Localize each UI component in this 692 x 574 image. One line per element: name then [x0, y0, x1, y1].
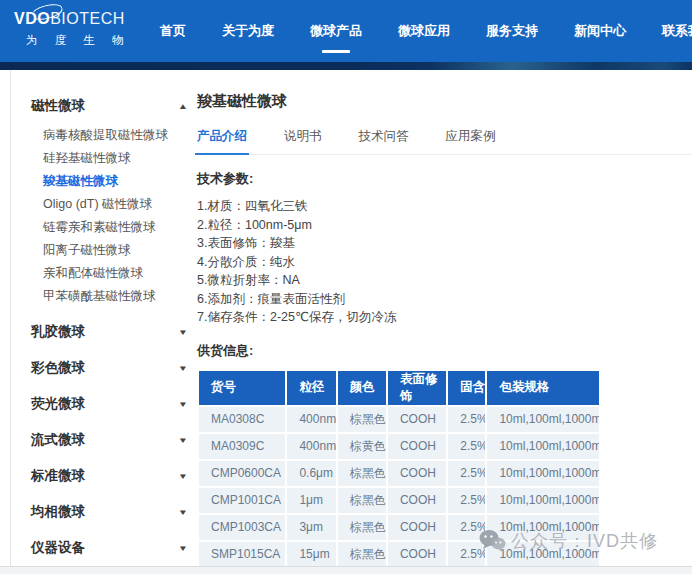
nav-item[interactable]: 新闻中心 — [574, 0, 626, 62]
chevron-down-icon[interactable]: ▼ — [178, 364, 188, 373]
sidebar-item[interactable]: 硅羟基磁性微球 — [31, 147, 191, 170]
table-cell: COOH — [388, 434, 446, 459]
chevron-down-icon[interactable]: ▼ — [178, 544, 188, 553]
table-row: MA0308C400nm棕黑色COOH2.5%10ml,100ml,1000ml — [199, 407, 599, 432]
table-cell: 棕黑色 — [338, 407, 386, 432]
table-cell: 2.5% — [448, 461, 485, 486]
sidebar-category[interactable]: 均相微球▼ — [31, 500, 191, 524]
nav-item-label: 首页 — [160, 22, 186, 40]
sidebar-category[interactable]: 磁性微球▲ — [31, 94, 191, 118]
nav-item[interactable]: 首页 — [160, 0, 186, 62]
product-tabs: 产品介绍说明书技术问答应用案例 — [197, 128, 692, 155]
main-nav: 首页关于为度微球产品微球应用服务支持新闻中心联系我们 — [160, 0, 692, 62]
sidebar-category[interactable]: 荧光微球▼ — [31, 392, 191, 416]
sidebar-section: 流式微球▼ — [31, 428, 191, 452]
sidebar-item[interactable]: 亲和配体磁性微球 — [31, 262, 191, 285]
table-cell: 400nm — [287, 434, 335, 459]
sidebar-item[interactable]: 病毒核酸提取磁性微球 — [31, 124, 191, 147]
chevron-down-icon[interactable]: ▼ — [178, 508, 188, 517]
logo-chinese-text: 为 度 生 物 — [14, 33, 131, 48]
table-column-header: 粒径 — [287, 371, 335, 405]
nav-item[interactable]: 服务支持 — [486, 0, 538, 62]
sidebar-item[interactable]: 羧基磁性微球 — [31, 170, 191, 193]
table-cell: CMP1003CA — [199, 515, 285, 540]
tab-product-intro[interactable]: 产品介绍 — [197, 128, 247, 154]
tab-1[interactable]: 说明书 — [284, 128, 322, 154]
sidebar-category-label: 彩色微球 — [31, 359, 85, 377]
tech-param-line: 3.表面修饰：羧基 — [197, 234, 692, 253]
chevron-down-icon[interactable]: ▼ — [178, 472, 188, 481]
table-cell: MA0308C — [199, 407, 285, 432]
table-cell: CMP0600CA — [199, 461, 285, 486]
footer-strip — [0, 566, 692, 574]
chevron-up-icon[interactable]: ▲ — [178, 102, 188, 111]
table-cell: 棕黄色 — [338, 434, 386, 459]
nav-item-label: 服务支持 — [486, 22, 538, 40]
table-cell: SMP1015CA — [199, 542, 285, 567]
sidebar-item[interactable]: 阳离子磁性微球 — [31, 239, 191, 262]
table-cell: 10ml,100ml,1000ml — [487, 461, 599, 486]
page-title: 羧基磁性微球 — [197, 92, 692, 111]
nav-item-label: 联系我们 — [662, 22, 692, 40]
table-cell: COOH — [388, 407, 446, 432]
table-header-row: 货号粒径颜色表面修饰固含包装规格 — [199, 371, 599, 405]
table-row: CMP0600CA0.6μm棕黑色COOH2.5%10ml,100ml,1000… — [199, 461, 599, 486]
sidebar-item[interactable]: Oligo (dT) 磁性微球 — [31, 193, 191, 216]
table-cell: COOH — [388, 488, 446, 513]
tech-param-line: 5.微粒折射率：NA — [197, 271, 692, 290]
table-column-header: 货号 — [199, 371, 285, 405]
nav-item[interactable]: 微球应用 — [398, 0, 450, 62]
sidebar-category-label: 荧光微球 — [31, 395, 85, 413]
sidebar-category-label: 标准微球 — [31, 467, 85, 485]
table-cell: 3μm — [287, 515, 335, 540]
table-cell: 棕黑色 — [338, 515, 386, 540]
tech-param-line: 6.添加剂：痕量表面活性剂 — [197, 290, 692, 309]
nav-item[interactable]: 关于为度 — [222, 0, 274, 62]
header-accent-strip — [0, 62, 692, 70]
table-row: CMP1003CA3μm棕黑色COOH2.5%10ml,100ml,1000ml — [199, 515, 599, 540]
table-cell: 棕黑色 — [338, 542, 386, 567]
sidebar-item[interactable]: 链霉亲和素磁性微球 — [31, 216, 191, 239]
logo-sub-text: BIOTECH — [50, 10, 125, 27]
sidebar-category[interactable]: 标准微球▼ — [31, 464, 191, 488]
company-logo[interactable]: VDOBIOTECH 为 度 生 物 — [14, 10, 131, 48]
table-cell: 10ml,100ml,1000ml — [487, 407, 599, 432]
sidebar-category[interactable]: 仪器设备▼ — [31, 536, 191, 560]
tab-3[interactable]: 应用案例 — [446, 128, 496, 154]
chevron-down-icon[interactable]: ▼ — [178, 328, 188, 337]
table-cell: 10ml,100ml,1000ml — [487, 434, 599, 459]
table-cell: 0.6μm — [287, 461, 335, 486]
tech-params-list: 1.材质：四氧化三铁2.粒径：100nm-5μm3.表面修饰：羧基4.分散介质：… — [197, 197, 692, 327]
table-cell: 15μm — [287, 542, 335, 567]
sidebar-section: 均相微球▼ — [31, 500, 191, 524]
table-cell: 棕黑色 — [338, 488, 386, 513]
sidebar-category[interactable]: 彩色微球▼ — [31, 356, 191, 380]
table-column-header: 包装规格 — [487, 371, 599, 405]
table-cell: CMP1001CA — [199, 488, 285, 513]
nav-item[interactable]: 微球产品 — [310, 0, 362, 62]
table-cell: MA0309C — [199, 434, 285, 459]
supply-info-heading: 供货信息: — [197, 342, 692, 360]
table-row: CMP1001CA1μm棕黑色COOH2.5%10ml,100ml,1000ml — [199, 488, 599, 513]
top-header: VDOBIOTECH 为 度 生 物 首页关于为度微球产品微球应用服务支持新闻中… — [0, 0, 692, 62]
table-column-header: 固含 — [448, 371, 485, 405]
sidebar-category[interactable]: 流式微球▼ — [31, 428, 191, 452]
sidebar-category-label: 磁性微球 — [31, 97, 85, 115]
tab-2[interactable]: 技术问答 — [359, 128, 409, 154]
sidebar-category[interactable]: 乳胶微球▼ — [31, 320, 191, 344]
tech-params-heading: 技术参数: — [197, 170, 692, 188]
table-row: MA0309C400nm棕黄色COOH2.5%10ml,100ml,1000ml — [199, 434, 599, 459]
table-cell: 2.5% — [448, 542, 485, 567]
table-column-header: 颜色 — [338, 371, 386, 405]
sidebar-section: 仪器设备▼ — [31, 536, 191, 560]
chevron-down-icon[interactable]: ▼ — [178, 436, 188, 445]
category-sidebar: 磁性微球▲病毒核酸提取磁性微球硅羟基磁性微球羧基磁性微球Oligo (dT) 磁… — [31, 94, 191, 560]
sidebar-item[interactable]: 甲苯磺酰基磁性微球 — [31, 285, 191, 308]
sidebar-section: 荧光微球▼ — [31, 392, 191, 416]
chevron-down-icon[interactable]: ▼ — [178, 400, 188, 409]
table-cell: COOH — [388, 515, 446, 540]
tech-param-line: 2.粒径：100nm-5μm — [197, 216, 692, 235]
table-cell: 2.5% — [448, 515, 485, 540]
table-column-header: 表面修饰 — [388, 371, 446, 405]
nav-item[interactable]: 联系我们 — [662, 0, 692, 62]
